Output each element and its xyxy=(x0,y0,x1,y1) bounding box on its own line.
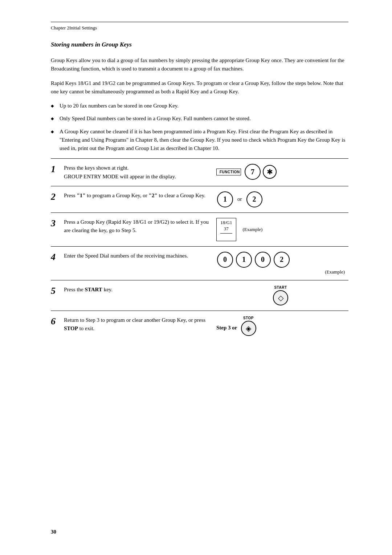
chapter-label: Chapter 2 xyxy=(51,25,69,31)
example-4: (Example) xyxy=(216,269,345,275)
bullet-3: A Group Key cannot be cleared if it is h… xyxy=(51,127,348,153)
paragraph-1: Group Keys allow you to dial a group of … xyxy=(51,56,348,73)
step-num-1: 1 xyxy=(51,159,64,186)
key-1b: 1 xyxy=(236,252,252,268)
example-3: (Example) xyxy=(243,227,263,232)
step-row-1: 1 Press the keys shown at right.GROUP EN… xyxy=(51,159,348,186)
top-rule xyxy=(51,22,348,22)
step-visual-1: FUNCTION 7 ✱ xyxy=(216,159,348,186)
page: Chapter 2 Initial Settings Storing numbe… xyxy=(0,0,392,555)
step-row-5: 5 Press the START key. START ◇ xyxy=(51,280,348,311)
group-key-num: 37 xyxy=(220,226,232,232)
stop-key-btn: ◈ xyxy=(241,321,256,336)
key-star: ✱ xyxy=(263,165,277,179)
step-text-6: Return to Step 3 to program or clear ano… xyxy=(64,311,216,341)
header-line: Chapter 2 Initial Settings xyxy=(51,25,348,31)
function-key: FUNCTION xyxy=(216,169,241,175)
bullet-2: Only Speed Dial numbers can be stored in… xyxy=(51,114,348,123)
step-visual-6: Step 3 or STOP ◈ xyxy=(216,311,348,341)
key-0a: 0 xyxy=(217,252,233,268)
section-title: Storing numbers in Group Keys xyxy=(51,41,348,48)
key-1: 1 xyxy=(217,191,233,207)
step-visual-5: START ◇ xyxy=(216,280,348,311)
group-key-box: 18/G1 37 xyxy=(216,218,236,241)
step-text-2: Press "1" to program a Group Key, or "2"… xyxy=(64,186,216,212)
key-7: 7 xyxy=(245,164,261,180)
key-2b: 2 xyxy=(274,252,290,268)
step-row-6: 6 Return to Step 3 to program or clear a… xyxy=(51,311,348,341)
key-0b: 0 xyxy=(255,252,271,268)
step-num-4: 4 xyxy=(51,246,64,280)
bullet-list: Up to 20 fax numbers can be stored in on… xyxy=(51,102,348,153)
step-visual-3: 18/G1 37 (Example) xyxy=(216,212,348,246)
section-label: Initial Settings xyxy=(69,25,97,31)
step-num-3: 3 xyxy=(51,212,64,246)
paragraph-2: Rapid Keys 18/G1 and 19/G2 can be progra… xyxy=(51,79,348,96)
step-visual-4: 0 1 0 2 (Example) xyxy=(216,246,348,280)
step-text-3: Press a Group Key (Rapid Key 18/G1 or 19… xyxy=(64,212,216,246)
start-key-label: START xyxy=(274,285,287,289)
bullet-1: Up to 20 fax numbers can be stored in on… xyxy=(51,102,348,110)
stop-key-label: STOP xyxy=(243,316,254,320)
steps-table: 1 Press the keys shown at right.GROUP EN… xyxy=(51,158,348,341)
key-2: 2 xyxy=(246,191,262,207)
group-key-label: 18/G1 xyxy=(220,220,232,226)
step-num-2: 2 xyxy=(51,186,64,212)
step-row-3: 3 Press a Group Key (Rapid Key 18/G1 or … xyxy=(51,212,348,246)
step-visual-2: 1 or 2 xyxy=(216,186,348,212)
step-num-6: 6 xyxy=(51,311,64,341)
step3-or-label: Step 3 or xyxy=(216,316,237,331)
step-text-1: Press the keys shown at right.GROUP ENTR… xyxy=(64,159,216,186)
step-text-5: Press the START key. xyxy=(64,280,216,311)
page-number: 30 xyxy=(51,529,56,535)
step-row-2: 2 Press "1" to program a Group Key, or "… xyxy=(51,186,348,212)
step-text-4: Enter the Speed Dial numbers of the rece… xyxy=(64,246,216,280)
or-label: or xyxy=(237,196,242,202)
step-row-4: 4 Enter the Speed Dial numbers of the re… xyxy=(51,246,348,280)
step-num-5: 5 xyxy=(51,280,64,311)
start-key-btn: ◇ xyxy=(273,290,288,305)
